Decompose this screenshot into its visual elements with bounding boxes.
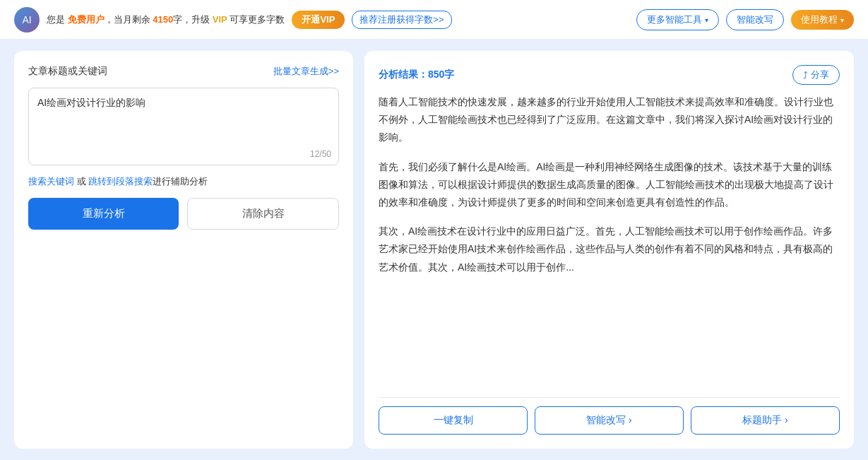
smart-rewrite-label: 智能改写 › <box>586 414 632 427</box>
share-label: 分享 <box>811 69 829 81</box>
search-keyword-link[interactable]: 搜索关键词 <box>28 176 74 187</box>
paragraph-search-link[interactable]: 跳转到段落搜索 <box>88 176 153 187</box>
right-panel: 分析结果：850字 分享 随着人工智能技术的快速发展，越来越多的行业开始使用人工… <box>364 51 854 449</box>
bottom-actions: 一键复制 智能改写 › 标题助手 › <box>379 397 840 435</box>
chevron-down-icon2 <box>840 14 844 25</box>
top-bar: AI 您是 免费用户，当月剩余 4150字，升级 VIP 可享更多字数 开通VI… <box>0 0 868 40</box>
content-paragraph-1: 随着人工智能技术的快速发展，越来越多的行业开始使用人工智能技术来提高效率和准确度… <box>379 93 837 147</box>
more-tools-button[interactable]: 更多智能工具 <box>636 9 719 30</box>
left-panel-header: 文章标题或关键词 批量文章生成>> <box>28 65 339 78</box>
keyword-input[interactable]: AI绘画对设计行业的影响 <box>37 97 330 153</box>
smart-rewrite-button[interactable]: 智能改写 › <box>535 406 684 435</box>
vip-upgrade-button[interactable]: 开通VIP <box>292 11 345 29</box>
word-count: 850字 <box>428 69 454 80</box>
content-area: 随着人工智能技术的快速发展，越来越多的行业开始使用人工智能技术来提高效率和准确度… <box>379 93 840 389</box>
user-type: 免费用户 <box>68 14 105 25</box>
smart-edit-button[interactable]: 智能改写 <box>726 9 784 30</box>
title-helper-label: 标题助手 › <box>742 414 788 427</box>
remaining-chars: 4150 <box>153 14 173 25</box>
copy-button[interactable]: 一键复制 <box>379 406 528 435</box>
main-content: 文章标题或关键词 批量文章生成>> AI绘画对设计行业的影响 12/50 搜索关… <box>0 40 868 460</box>
tutorial-label: 使用教程 <box>801 13 838 26</box>
batch-generate-link[interactable]: 批量文章生成>> <box>273 65 339 78</box>
keyword-input-wrapper: AI绘画对设计行业的影响 12/50 <box>28 88 339 165</box>
register-link[interactable]: 推荐注册获得字数>> <box>352 11 451 29</box>
avatar: AI <box>14 7 40 33</box>
help-text: 搜索关键词 或 跳转到段落搜索进行辅助分析 <box>28 175 339 188</box>
share-icon <box>803 70 808 81</box>
tools-label: 更多智能工具 <box>647 13 702 26</box>
action-buttons: 重新分析 清除内容 <box>28 198 339 230</box>
reanalyze-button[interactable]: 重新分析 <box>28 198 179 230</box>
user-info: 您是 免费用户，当月剩余 4150字，升级 VIP 可享更多字数 <box>47 13 285 26</box>
vip-label: VIP <box>213 14 227 25</box>
chevron-down-icon <box>705 14 708 25</box>
right-panel-header: 分析结果：850字 分享 <box>379 65 840 85</box>
left-panel: 文章标题或关键词 批量文章生成>> AI绘画对设计行业的影响 12/50 搜索关… <box>14 51 353 449</box>
content-paragraph-2: 首先，我们必须了解什么是AI绘画。AI绘画是一种利用神经网络生成图像的技术。该技… <box>379 158 837 212</box>
tutorial-button[interactable]: 使用教程 <box>791 10 854 30</box>
content-paragraph-3: 其次，AI绘画技术在设计行业中的应用日益广泛。首先，人工智能绘画技术可以用于创作… <box>379 223 837 276</box>
title-helper-button[interactable]: 标题助手 › <box>691 406 840 435</box>
share-button[interactable]: 分享 <box>792 65 840 85</box>
left-panel-title: 文章标题或关键词 <box>28 65 107 78</box>
char-count: 12/50 <box>310 149 331 159</box>
clear-button[interactable]: 清除内容 <box>187 198 339 230</box>
result-title: 分析结果：850字 <box>379 69 454 81</box>
